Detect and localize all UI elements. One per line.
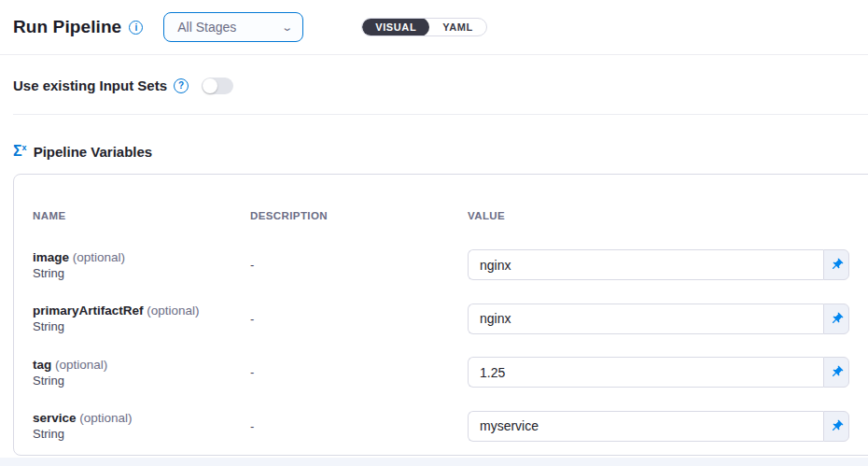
- column-header-description: DESCRIPTION: [250, 210, 468, 221]
- variable-name-cell: primaryArtifactRef (optional) String: [33, 303, 250, 334]
- input-sets-row: Use existing Input Sets ?: [0, 56, 868, 115]
- table-row-image: image (optional) String -: [33, 238, 868, 292]
- variable-name: primaryArtifactRef: [33, 304, 144, 318]
- visual-yaml-toggle: VISUAL YAML: [361, 18, 487, 36]
- column-header-value: VALUE: [468, 210, 850, 221]
- variable-description: -: [250, 312, 468, 326]
- pipeline-variables-card: NAME DESCRIPTION VALUE image (optional) …: [13, 174, 868, 456]
- table-header-row: NAME DESCRIPTION VALUE: [14, 175, 868, 221]
- variable-type: String: [33, 373, 250, 388]
- value-input-tag[interactable]: [468, 357, 823, 388]
- variable-name: service: [33, 411, 77, 425]
- value-input-service[interactable]: [468, 411, 823, 442]
- variable-type: String: [33, 265, 250, 281]
- stage-selector-value: All Stages: [177, 20, 236, 35]
- column-header-name: NAME: [33, 210, 250, 221]
- pushpin-icon: [830, 312, 844, 326]
- variable-type: String: [33, 318, 250, 334]
- pin-button[interactable]: [823, 411, 849, 442]
- variable-description: -: [250, 419, 468, 433]
- pipeline-variables-header: Σx Pipeline Variables: [13, 143, 152, 160]
- input-sets-toggle[interactable]: [202, 78, 233, 94]
- variable-description: -: [250, 365, 468, 379]
- pushpin-icon: [830, 365, 844, 379]
- optional-label: (optional): [73, 250, 125, 264]
- variable-name: image: [33, 250, 69, 264]
- variable-name-cell: image (optional) String: [33, 249, 250, 281]
- chevron-down-icon: ⌄: [281, 21, 293, 34]
- table-row-service: service (optional) String -: [33, 400, 868, 454]
- optional-label: (optional): [147, 304, 199, 318]
- value-input-group: [468, 304, 849, 334]
- page-title: Run Pipeline: [13, 17, 121, 37]
- modal-footer-strip: [0, 458, 868, 466]
- value-input-group: [468, 411, 849, 442]
- value-input-group: [468, 357, 849, 388]
- question-circle-icon[interactable]: ?: [174, 78, 189, 93]
- divider: [13, 114, 868, 115]
- tab-visual[interactable]: VISUAL: [362, 18, 429, 36]
- toggle-knob: [203, 78, 217, 93]
- pin-button[interactable]: [823, 357, 849, 388]
- sigma-x-icon: Σx: [13, 143, 27, 160]
- variable-type: String: [33, 426, 250, 442]
- table-row-primaryartifactref: primaryArtifactRef (optional) String -: [33, 292, 868, 346]
- value-input-group: [468, 249, 849, 280]
- variable-name-cell: tag (optional) String: [33, 357, 250, 388]
- pushpin-icon: [830, 258, 844, 272]
- section-title-text: Pipeline Variables: [34, 144, 153, 160]
- variable-name-cell: service (optional) String: [33, 410, 250, 442]
- pushpin-icon: [830, 419, 844, 433]
- optional-label: (optional): [55, 358, 107, 372]
- value-input-primaryartifactref[interactable]: [468, 304, 823, 334]
- pin-button[interactable]: [823, 249, 849, 280]
- value-input-image[interactable]: [468, 249, 823, 280]
- stage-selector-dropdown[interactable]: All Stages ⌄: [163, 12, 303, 42]
- table-row-tag: tag (optional) String -: [33, 346, 868, 400]
- pin-button[interactable]: [823, 304, 849, 334]
- optional-label: (optional): [79, 411, 132, 425]
- run-pipeline-header: Run Pipeline i All Stages ⌄ VISUAL YAML: [0, 0, 868, 55]
- info-icon[interactable]: i: [129, 21, 143, 35]
- table-body: image (optional) String - primaryArtifac…: [14, 238, 868, 453]
- variable-description: -: [250, 258, 468, 272]
- tab-yaml[interactable]: YAML: [429, 18, 486, 36]
- input-sets-label: Use existing Input Sets: [13, 78, 167, 93]
- variable-name: tag: [33, 358, 51, 372]
